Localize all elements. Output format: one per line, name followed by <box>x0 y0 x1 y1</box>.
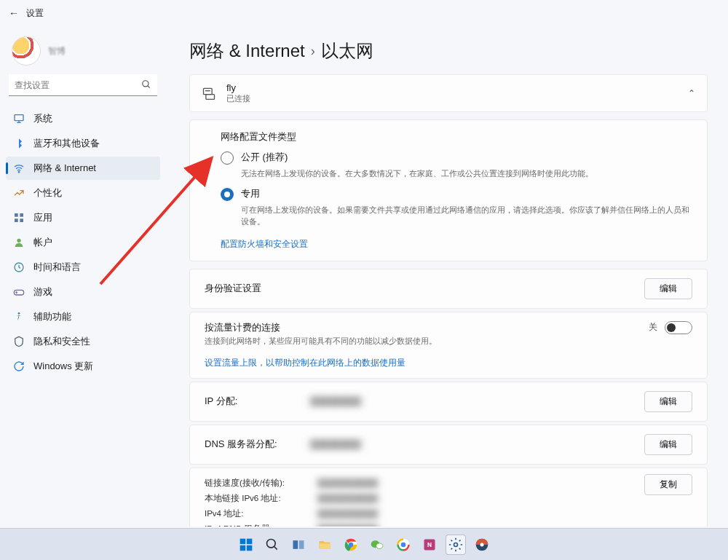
detail-key: IPv4 地址: <box>205 508 314 519</box>
browser2-button[interactable] <box>393 535 414 555</box>
dns-label: DNS 服务器分配: <box>205 438 306 451</box>
detail-value: ██████████ <box>314 478 381 488</box>
detail-key: 本地链接 IPv6 地址: <box>205 493 314 504</box>
sidebar-item-apps[interactable]: 应用 <box>6 206 160 229</box>
svg-rect-19 <box>247 545 253 551</box>
sidebar-item-label: 网络 & Internet <box>33 162 96 175</box>
sidebar-item-personalize[interactable]: 个性化 <box>6 181 160 205</box>
auth-row: 身份验证设置 编辑 <box>189 269 708 309</box>
firewall-link[interactable]: 配置防火墙和安全设置 <box>221 238 308 251</box>
detail-line: IPv4 DNS 服务器: ██████████ <box>205 521 692 527</box>
sidebar-item-update[interactable]: Windows 更新 <box>6 355 160 378</box>
chrome-button[interactable] <box>341 535 361 555</box>
search-button[interactable] <box>262 535 282 555</box>
metered-row: 按流量计费的连接 连接到此网络时，某些应用可能具有不同的功能以减少数据使用。 设… <box>189 312 708 379</box>
svg-rect-4 <box>20 213 23 217</box>
sidebar-item-access[interactable]: 辅助功能 <box>6 305 160 328</box>
connection-card[interactable]: fly 已连接 ⌃ <box>189 74 708 112</box>
sidebar-item-label: 蓝牙和其他设备 <box>33 137 100 150</box>
svg-point-20 <box>267 539 276 548</box>
radio-public-desc: 无法在网络上发现你的设备。在大多数情况下，在家庭、工作或公共位置连接到网络时使用… <box>241 167 692 180</box>
copy-button[interactable]: 复制 <box>644 474 692 495</box>
bluetooth-icon <box>13 138 25 149</box>
user-row[interactable]: 智博 <box>6 33 160 74</box>
radio-public[interactable]: 公开 (推荐) <box>221 151 692 165</box>
sidebar-item-account[interactable]: 帐户 <box>6 231 160 254</box>
svg-rect-5 <box>15 218 18 222</box>
detail-value: ██████████ <box>314 508 381 518</box>
svg-text:N: N <box>427 541 432 548</box>
svg-point-0 <box>143 81 149 87</box>
connection-status: 已连接 <box>226 93 250 104</box>
svg-point-35 <box>454 543 458 546</box>
detail-line: IPv4 地址: ██████████ <box>205 506 692 521</box>
settings-button[interactable] <box>446 535 466 555</box>
breadcrumb-leaf: 以太网 <box>321 39 373 63</box>
sidebar-item-time[interactable]: 时间和语言 <box>6 256 160 279</box>
detail-value: ██████████ <box>314 493 381 503</box>
svg-rect-3 <box>15 213 18 217</box>
sidebar-item-label: 个性化 <box>33 186 62 200</box>
radio-private-desc: 可在网络上发现你的设备。如果需要文件共享或使用通过此网络通信的应用，请选择此选项… <box>241 204 692 228</box>
auth-edit-button[interactable]: 编辑 <box>644 278 692 299</box>
sidebar-item-bluetooth[interactable]: 蓝牙和其他设备 <box>6 132 160 155</box>
game-icon <box>13 286 25 298</box>
system-icon <box>13 113 25 125</box>
personalize-icon <box>13 187 25 199</box>
app-title: 设置 <box>26 7 44 20</box>
profile-type-title: 网络配置文件类型 <box>221 130 692 143</box>
chevron-up-icon: ⌃ <box>688 88 695 98</box>
sidebar-item-network[interactable]: 网络 & Internet <box>6 157 160 180</box>
svg-point-27 <box>376 543 383 548</box>
ip-edit-button[interactable]: 编辑 <box>644 391 692 412</box>
wechat-button[interactable] <box>367 535 387 555</box>
breadcrumb-root[interactable]: 网络 & Internet <box>189 39 305 63</box>
back-button[interactable]: ← <box>9 7 19 19</box>
svg-point-32 <box>401 542 406 547</box>
metered-desc: 连接到此网络时，某些应用可能具有不同的功能以减少数据使用。 <box>205 336 649 347</box>
explorer-button[interactable] <box>314 535 335 555</box>
avatar <box>12 36 41 66</box>
sidebar: 智博 系统 蓝牙和其他设备 网络 & Internet 个性化 应用 帐户 时间… <box>0 33 166 379</box>
dns-row: DNS 服务器分配: ████████ 编辑 <box>189 425 708 465</box>
sidebar-item-privacy[interactable]: 隐私和安全性 <box>6 330 160 353</box>
privacy-icon <box>13 336 25 347</box>
radio-private[interactable]: 专用 <box>221 187 692 201</box>
detail-line: 链接速度(接收/传输): ██████████ <box>205 476 644 491</box>
update-icon <box>13 360 25 372</box>
svg-point-7 <box>17 239 20 242</box>
account-icon <box>13 237 25 248</box>
sidebar-item-game[interactable]: 游戏 <box>6 280 160 304</box>
metered-toggle[interactable] <box>665 321 692 334</box>
chevron-right-icon: › <box>311 44 315 59</box>
metered-limit-link[interactable]: 设置流量上限，以帮助控制在此网络上的数据使用量 <box>205 357 649 369</box>
svg-rect-22 <box>299 540 304 549</box>
auth-label: 身份验证设置 <box>205 282 306 295</box>
app1-button[interactable]: N <box>419 535 440 555</box>
detail-line: 本地链接 IPv6 地址: ██████████ <box>205 491 644 506</box>
start-button[interactable] <box>236 535 256 555</box>
user-name: 智博 <box>48 45 66 58</box>
sidebar-item-label: Windows 更新 <box>33 360 93 373</box>
ip-row: IP 分配: ████████ 编辑 <box>189 382 708 422</box>
svg-rect-12 <box>206 95 215 100</box>
time-icon <box>13 261 25 273</box>
taskview-button[interactable] <box>288 535 309 555</box>
search-input[interactable] <box>9 74 157 96</box>
search-icon <box>141 79 151 90</box>
sidebar-item-label: 应用 <box>33 211 52 224</box>
radio-public-dot <box>221 151 234 165</box>
ip-value: ████████ <box>306 395 365 407</box>
svg-rect-21 <box>293 540 298 549</box>
svg-rect-23 <box>320 543 331 549</box>
radio-private-dot <box>221 188 234 201</box>
svg-point-37 <box>480 543 484 546</box>
sidebar-item-system[interactable]: 系统 <box>6 107 160 130</box>
dns-value: ████████ <box>306 438 365 450</box>
sidebar-item-label: 隐私和安全性 <box>33 335 90 348</box>
media-button[interactable] <box>472 535 492 555</box>
network-icon <box>13 162 25 174</box>
svg-rect-16 <box>240 538 246 544</box>
dns-edit-button[interactable]: 编辑 <box>644 434 692 455</box>
sidebar-item-label: 系统 <box>33 112 52 125</box>
